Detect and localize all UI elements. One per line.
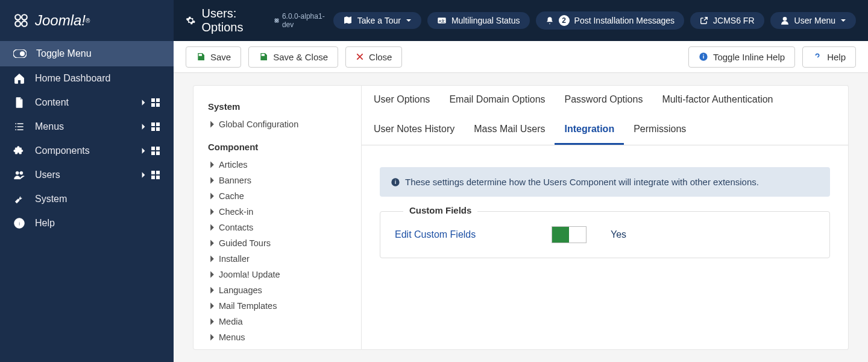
take-tour-button[interactable]: Take a Tour	[333, 12, 421, 29]
sidebar-item-help[interactable]: iHelp	[0, 211, 174, 235]
svg-rect-14	[151, 147, 155, 150]
svg-text:A文: A文	[439, 19, 445, 23]
svg-point-30	[782, 17, 787, 21]
site-link-button[interactable]: JCMS6 FR	[690, 12, 764, 29]
tab-multi-factor-authentication[interactable]: Multi-factor Authentication	[652, 86, 782, 115]
grid-icon[interactable]	[151, 98, 160, 107]
sidebar-item-label: Components	[35, 145, 136, 156]
config-item-menus[interactable]: Menus	[208, 329, 347, 345]
help-button[interactable]: Help	[802, 46, 856, 68]
sidebar-item-components[interactable]: Components	[0, 139, 174, 163]
main-area: Users: Options 6.0.0-alpha1-dev Take a T…	[174, 0, 868, 362]
user-icon	[780, 16, 790, 25]
sidebar-item-label: Users	[35, 170, 136, 180]
info-icon: i	[13, 217, 25, 229]
chevron-right-icon	[208, 270, 216, 279]
tab-user-notes-history[interactable]: User Notes History	[364, 115, 464, 145]
config-item-global-configuration[interactable]: Global Configuration	[208, 116, 347, 132]
svg-rect-16	[151, 151, 155, 155]
config-heading-system: System	[208, 101, 347, 112]
question-icon	[813, 52, 822, 62]
toggle-value: Yes	[611, 229, 626, 240]
config-item-contacts[interactable]: Contacts	[208, 220, 347, 235]
svg-text:i: i	[18, 219, 20, 227]
config-item-cache[interactable]: Cache	[208, 188, 347, 204]
sidebar-item-label: Content	[35, 97, 136, 108]
config-sidebar: System Global Configuration Component Ar…	[193, 85, 362, 350]
config-item-guided-tours[interactable]: Guided Tours	[208, 235, 347, 251]
svg-rect-12	[151, 127, 155, 131]
topbar: Users: Options 6.0.0-alpha1-dev Take a T…	[174, 0, 868, 41]
fieldset-legend: Custom Fields	[403, 205, 477, 215]
config-heading-component: Component	[208, 142, 347, 152]
page-title: Users: Options	[186, 7, 268, 34]
tab-mass-mail-users[interactable]: Mass Mail Users	[464, 115, 555, 145]
tab-email-domain-options[interactable]: Email Domain Options	[439, 86, 555, 115]
custom-fields-fieldset: Custom Fields Edit Custom Fields Yes	[380, 211, 830, 258]
brand-logo[interactable]: Joomla!®	[0, 0, 174, 41]
chevron-right-icon	[208, 176, 216, 185]
config-item-media[interactable]: Media	[208, 314, 347, 329]
config-item-articles[interactable]: Articles	[208, 157, 347, 173]
home-icon	[13, 72, 25, 84]
toggle-inline-help-button[interactable]: i Toggle Inline Help	[688, 46, 795, 68]
toggle-menu-label: Toggle Menu	[36, 48, 92, 59]
save-button[interactable]: Save	[186, 46, 241, 68]
grid-icon[interactable]	[151, 170, 160, 180]
svg-rect-8	[151, 103, 155, 107]
svg-rect-9	[156, 103, 160, 107]
toggle-menu-button[interactable]: Toggle Menu	[0, 41, 174, 66]
svg-text:i: i	[395, 179, 397, 185]
sidebar-item-label: Help	[35, 218, 160, 229]
action-toolbar: Save Save & Close Close i Toggle Inline …	[174, 41, 868, 73]
config-item-installer[interactable]: Installer	[208, 251, 347, 267]
tab-integration[interactable]: Integration	[555, 115, 624, 145]
sidebar: Joomla!® Toggle Menu Home DashboardConte…	[0, 0, 174, 362]
edit-custom-fields-row: Edit Custom Fields Yes	[395, 226, 815, 243]
tab-user-options[interactable]: User Options	[364, 86, 439, 115]
config-item-banners[interactable]: Banners	[208, 173, 347, 188]
edit-custom-fields-toggle[interactable]	[552, 226, 587, 243]
chevron-right-icon	[208, 317, 216, 326]
chevron-right-icon	[208, 160, 216, 169]
grid-icon[interactable]	[151, 146, 160, 156]
chevron-right-icon	[208, 255, 216, 263]
save-icon	[259, 52, 268, 62]
tab-permissions[interactable]: Permissions	[624, 115, 696, 145]
close-button[interactable]: Close	[345, 46, 402, 68]
sidebar-item-label: Menus	[35, 121, 136, 132]
multilingual-button[interactable]: A文 Multilingual Status	[427, 12, 530, 29]
version-chip: 6.0.0-alpha1-dev	[274, 12, 327, 29]
sidebar-item-menus[interactable]: Menus	[0, 115, 174, 139]
user-menu-button[interactable]: User Menu	[770, 12, 856, 29]
sidebar-item-users[interactable]: Users	[0, 163, 174, 187]
sidebar-item-content[interactable]: Content	[0, 91, 174, 115]
tabs-bar: User OptionsEmail Domain OptionsPassword…	[362, 86, 848, 145]
svg-point-27	[277, 21, 278, 22]
tab-container: User OptionsEmail Domain OptionsPassword…	[362, 85, 849, 350]
toggle-icon	[13, 49, 27, 58]
close-icon	[356, 52, 364, 61]
config-item-languages[interactable]: Languages	[208, 282, 347, 298]
sidebar-item-system[interactable]: System	[0, 187, 174, 211]
puzzle-icon	[13, 145, 25, 157]
wrench-icon	[13, 193, 25, 205]
config-item-joomla-update[interactable]: Joomla! Update	[208, 267, 347, 282]
sidebar-item-label: Home Dashboard	[35, 73, 160, 84]
notifications-button[interactable]: 2 Post Installation Messages	[536, 11, 685, 30]
save-close-button[interactable]: Save & Close	[248, 46, 338, 68]
tab-password-options[interactable]: Password Options	[555, 86, 653, 115]
svg-point-3	[22, 21, 27, 27]
chevron-right-icon	[208, 223, 216, 232]
svg-rect-17	[156, 151, 160, 155]
form-label: Edit Custom Fields	[395, 229, 527, 240]
config-item-mail-templates[interactable]: Mail Templates	[208, 298, 347, 314]
list-icon	[13, 121, 25, 133]
chevron-right-icon	[208, 208, 216, 216]
map-icon	[343, 16, 353, 25]
svg-rect-20	[151, 176, 155, 179]
grid-icon[interactable]	[151, 122, 160, 132]
config-item-check-in[interactable]: Check-in	[208, 204, 347, 220]
svg-rect-21	[156, 176, 160, 179]
sidebar-item-home-dashboard[interactable]: Home Dashboard	[0, 66, 174, 91]
